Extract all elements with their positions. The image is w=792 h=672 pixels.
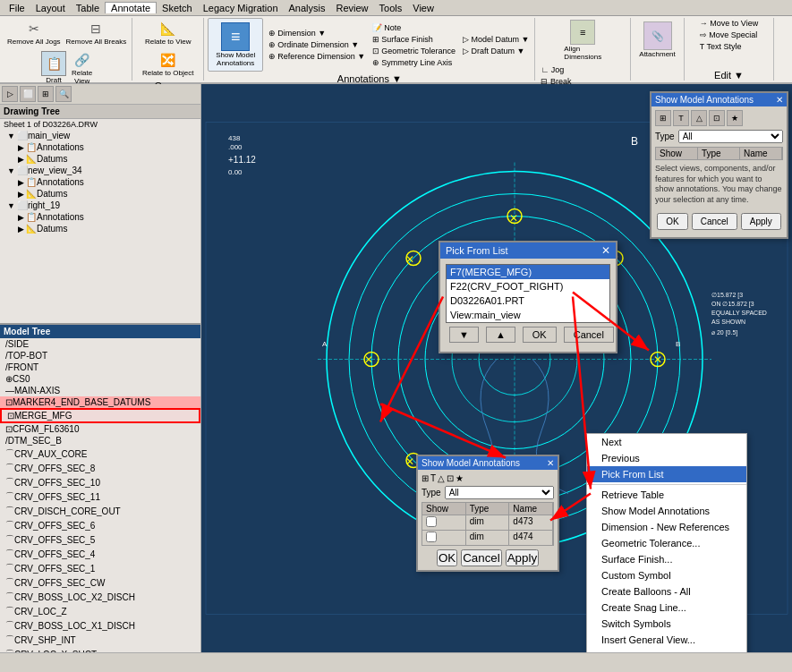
model-item-crv-boss-x1[interactable]: ⌒ CRV_BOSS_LOC_X1_DISCH bbox=[0, 618, 200, 633]
sma-bottom-cancel[interactable]: Cancel bbox=[461, 549, 502, 566]
sma-bot-tb-3[interactable]: △ bbox=[438, 473, 445, 483]
remove-breaks-button[interactable]: ⊟ Remove All Breaks bbox=[64, 18, 129, 47]
drawing-tree-datums-3[interactable]: ▶ 📐 Datums bbox=[0, 223, 200, 234]
context-menu-geometric-tolerance[interactable]: Geometric Tolerance... bbox=[587, 535, 746, 551]
model-datum-button[interactable]: ▷ Model Datum ▼ bbox=[461, 34, 531, 45]
sma-row0-check[interactable] bbox=[426, 516, 437, 527]
sma-bot-tb-4[interactable]: ⊡ bbox=[447, 473, 454, 483]
model-item-crv-boss-x2[interactable]: ⌒ CRV_BOSS_LOC_X2_DISCH bbox=[0, 590, 200, 604]
reference-dimension-button[interactable]: ⊕Reference Dimension ▼ bbox=[267, 51, 367, 62]
model-item-crv-offs-sec-1[interactable]: ⌒ CRV_OFFS_SEC_1 bbox=[0, 561, 200, 575]
sma-bottom-apply[interactable]: Apply bbox=[506, 549, 539, 566]
dialog-up-button[interactable]: ▲ bbox=[486, 327, 515, 343]
model-item-top-bot[interactable]: / TOP-BOT bbox=[0, 350, 200, 362]
drawing-tree-right-19[interactable]: ▼ ⬜ right_19 bbox=[0, 200, 200, 211]
toolbar-btn-2[interactable]: ⬜ bbox=[20, 86, 36, 102]
sma-bottom-ok[interactable]: OK bbox=[437, 549, 457, 566]
sma-right-ok[interactable]: OK bbox=[657, 213, 687, 230]
attachment-button[interactable]: 📎 Attachment bbox=[635, 18, 678, 62]
drawing-tree-header[interactable]: Drawing Tree bbox=[0, 105, 200, 119]
model-item-main-axis[interactable]: — MAIN-AXIS bbox=[0, 385, 200, 396]
sma-bottom-type-select[interactable]: All bbox=[445, 486, 554, 499]
draft-datum-button[interactable]: ▷ Draft Datum ▼ bbox=[461, 46, 531, 56]
menu-tools[interactable]: Tools bbox=[374, 3, 408, 13]
remove-jogs-button[interactable]: ✂ Remove All Jogs bbox=[5, 18, 63, 47]
pick-list-item-3[interactable]: View:main_view bbox=[447, 308, 609, 322]
context-menu-custom-symbol[interactable]: Custom Symbol bbox=[587, 567, 746, 583]
model-item-crv-loc-z[interactable]: ⌒ CRV_LOC_Z bbox=[0, 604, 200, 618]
menu-view[interactable]: View bbox=[407, 3, 439, 13]
drawing-tree-main-view[interactable]: ▼ ⬜ main_view bbox=[0, 130, 200, 141]
geometric-tolerance-button[interactable]: ⊡Geometric Tolerance bbox=[370, 46, 457, 56]
jog-button[interactable]: ∟ Jog bbox=[539, 64, 626, 75]
menu-review[interactable]: Review bbox=[331, 3, 374, 13]
sma-bot-tb-2[interactable]: T bbox=[430, 473, 436, 483]
dialog-down-button[interactable]: ▼ bbox=[449, 327, 479, 343]
context-menu-show-model-annotations[interactable]: Show Model Annotations bbox=[587, 503, 746, 519]
model-item-crv-offs-sec-cw[interactable]: ⌒ CRV_OFFS_SEC_CW bbox=[0, 575, 200, 590]
context-menu-switch-symbols[interactable]: Switch Symbols bbox=[587, 616, 746, 632]
sma-row1-check[interactable] bbox=[426, 532, 437, 542]
drawing-tree-annotations-1[interactable]: ▶ 📋 Annotations bbox=[0, 141, 200, 153]
menu-sketch[interactable]: Sketch bbox=[157, 3, 198, 13]
sma-bottom-close[interactable]: ✕ bbox=[547, 458, 554, 468]
model-item-crv-offs-sec-10[interactable]: ⌒ CRV_OFFS_SEC_10 bbox=[0, 475, 200, 489]
move-to-view-button[interactable]: → Move to View bbox=[698, 18, 760, 29]
dimension-button[interactable]: ⊕Dimension ▼ bbox=[267, 28, 367, 38]
move-special-button[interactable]: ⇨ Move Special bbox=[698, 30, 760, 40]
context-menu-create-snag[interactable]: Create Snag Line... bbox=[587, 600, 746, 616]
pick-list-item-1[interactable]: F22(CRV_FOOT_RIGHT) bbox=[447, 279, 609, 293]
drawing-area[interactable]: 438 .000 +11.12 0.00 bbox=[201, 84, 792, 652]
sma-tb-4[interactable]: ⊡ bbox=[709, 110, 725, 126]
sma-right-close[interactable]: ✕ bbox=[776, 95, 783, 105]
sma-tb-5[interactable]: ★ bbox=[727, 110, 743, 126]
model-item-front[interactable]: / FRONT bbox=[0, 362, 200, 373]
model-item-cfgm[interactable]: ⊡ CFGM_FL63610 bbox=[0, 423, 200, 435]
model-item-crv-aux-core[interactable]: ⌒ CRV_AUX_CORE bbox=[0, 447, 200, 461]
context-menu-create-balloons[interactable]: Create Balloons - All bbox=[587, 583, 746, 600]
pick-list-item-2[interactable]: D03226A01.PRT bbox=[447, 293, 609, 308]
sma-tb-3[interactable]: △ bbox=[691, 110, 707, 126]
context-menu-previous[interactable]: Previous bbox=[587, 450, 746, 466]
model-item-side[interactable]: / SIDE bbox=[0, 338, 200, 350]
toolbar-btn-1[interactable]: ▷ bbox=[2, 86, 18, 102]
menu-layout[interactable]: Layout bbox=[30, 3, 71, 13]
model-item-crv-offs-sec-8[interactable]: ⌒ CRV_OFFS_SEC_8 bbox=[0, 461, 200, 475]
menu-file[interactable]: File bbox=[4, 3, 30, 13]
note-button[interactable]: 📝Note bbox=[370, 22, 457, 33]
drawing-sheet[interactable]: Sheet 1 of D03226A.DRW bbox=[0, 119, 200, 130]
context-menu-dimension-new[interactable]: Dimension - New References bbox=[587, 519, 746, 535]
pick-list-item-0[interactable]: F7(MERGE_MFG) bbox=[447, 265, 609, 279]
model-item-crv-shp-int[interactable]: ⌒ CRV_SHP_INT bbox=[0, 633, 200, 647]
context-menu-insert-detailed[interactable]: Insert Detailed View bbox=[587, 648, 746, 652]
dialog-close-button[interactable]: ✕ bbox=[601, 244, 610, 257]
drawing-tree-datums-1[interactable]: ▶ 📐 Datums bbox=[0, 153, 200, 165]
menu-table[interactable]: Table bbox=[71, 3, 105, 13]
sma-tb-2[interactable]: T bbox=[673, 110, 689, 126]
menu-legacy[interactable]: Legacy Migration bbox=[198, 3, 284, 13]
text-style-button[interactable]: T Text Style bbox=[698, 41, 760, 52]
model-item-crv-offs-sec-5[interactable]: ⌒ CRV_OFFS_SEC_5 bbox=[0, 532, 200, 547]
model-item-crv-offs-sec-11[interactable]: ⌒ CRV_OFFS_SEC_11 bbox=[0, 489, 200, 504]
dialog-cancel-button[interactable]: Cancel bbox=[564, 327, 614, 343]
toolbar-btn-4[interactable]: 🔍 bbox=[55, 86, 72, 102]
sma-right-apply[interactable]: Apply bbox=[741, 213, 781, 230]
model-item-crv-offs-sec-6[interactable]: ⌒ CRV_OFFS_SEC_6 bbox=[0, 518, 200, 532]
menu-annotate[interactable]: Annotate bbox=[105, 2, 157, 13]
dialog-ok-button[interactable]: OK bbox=[523, 327, 557, 343]
model-item-cs0[interactable]: ⊕ CS0 bbox=[0, 373, 200, 385]
context-menu-next[interactable]: Next bbox=[587, 434, 746, 450]
symmetry-line-button[interactable]: ⊕Symmetry Line Axis bbox=[370, 57, 457, 68]
align-button[interactable]: ≡ AlignDimensions bbox=[562, 18, 603, 63]
context-menu-pick-from-list[interactable]: Pick From List bbox=[587, 466, 746, 482]
toolbar-btn-3[interactable]: ⊞ bbox=[38, 86, 54, 102]
drawing-tree-annotations-2[interactable]: ▶ 📋 Annotations bbox=[0, 176, 200, 188]
model-item-crv-loc-x[interactable]: ⌒ CRV_LOC_X_SUCT bbox=[0, 647, 200, 652]
model-item-crv-offs-sec-4[interactable]: ⌒ CRV_OFFS_SEC_4 bbox=[0, 547, 200, 561]
surface-finish-button[interactable]: ⊞Surface Finish bbox=[370, 34, 457, 45]
sma-right-type-select[interactable]: All bbox=[678, 130, 783, 143]
sma-bot-tb-1[interactable]: ⊞ bbox=[422, 473, 429, 483]
drawing-tree-new-view-34[interactable]: ▼ ⬜ new_view_34 bbox=[0, 165, 200, 176]
relate-to-object-button[interactable]: 🔀 Relate to Object bbox=[141, 49, 195, 79]
model-item-merge-mfg[interactable]: ⊡ MERGE_MFG bbox=[0, 408, 200, 423]
